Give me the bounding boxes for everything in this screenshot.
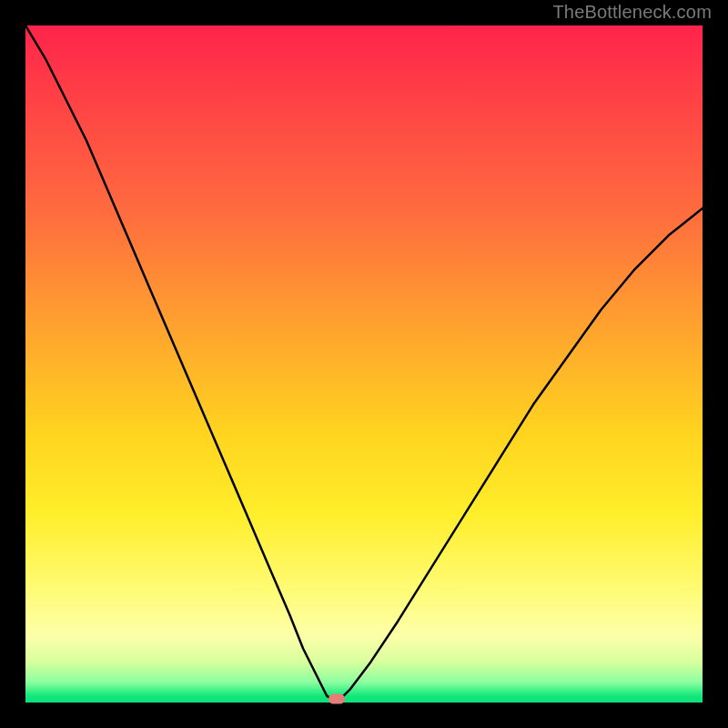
bottleneck-curve <box>25 25 703 703</box>
watermark-text: TheBottleneck.com <box>552 2 712 23</box>
chart-container: TheBottleneck.com <box>0 0 728 728</box>
minimum-marker <box>329 694 345 704</box>
plot-area <box>25 25 703 703</box>
